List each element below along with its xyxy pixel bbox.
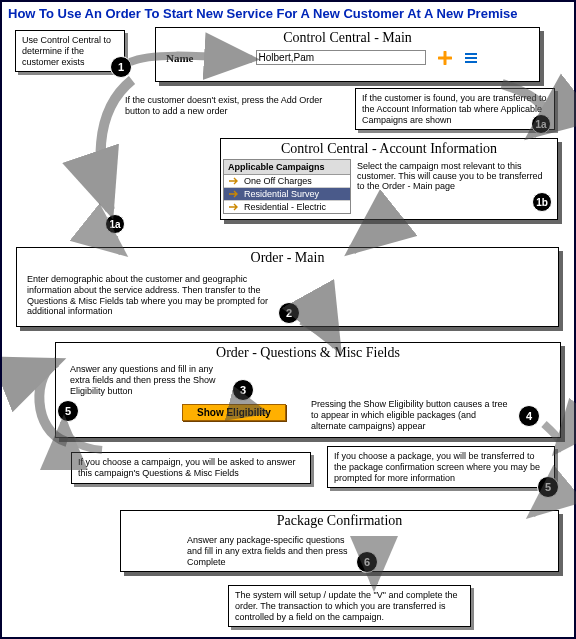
step-badge-1a-left: 1a [105, 214, 125, 234]
callout-answer-pkg: Answer any package-specific questions an… [181, 531, 356, 571]
step-badge-4: 4 [518, 405, 540, 427]
goto-icon [228, 202, 240, 212]
step-badge-1a-right: 1a [531, 114, 551, 134]
campaign-label: One Off Charges [244, 176, 312, 186]
callout-if-found: If the customer is found, you are transf… [355, 88, 555, 130]
step-badge-1b: 1b [532, 192, 552, 212]
step-badge-5-left: 5 [57, 400, 79, 422]
goto-icon [228, 176, 240, 186]
panel-cc-main: Control Central - Main Name [155, 27, 540, 82]
panel-header: Order - Main [17, 248, 558, 268]
name-label: Name [166, 52, 194, 64]
page-title: How To Use An Order To Start New Service… [8, 6, 568, 21]
campaign-label: Residential Survey [244, 189, 319, 199]
step-badge-2: 2 [278, 302, 300, 324]
callout-choose-campaign: If you choose a campaign, you will be as… [71, 452, 311, 484]
panel-header: Control Central - Main [156, 28, 539, 48]
callout-choose-package: If you choose a package, you will be tra… [327, 446, 555, 488]
plus-icon[interactable] [438, 51, 452, 65]
diagram-canvas: How To Use An Order To Start New Service… [0, 0, 576, 639]
panel-header: Package Confirmation [121, 511, 558, 531]
callout-system-setup: The system will setup / update the "V" a… [228, 585, 471, 627]
menu-icon[interactable] [464, 52, 478, 64]
callout-answer-q: Answer any questions and fill in any ext… [64, 360, 234, 400]
show-eligibility-button[interactable]: Show Eligibility [182, 404, 286, 421]
goto-icon [228, 189, 240, 199]
campaign-label: Residential - Electric [244, 202, 326, 212]
step-badge-3: 3 [232, 379, 254, 401]
campaign-row[interactable]: Residential - Electric [224, 201, 350, 213]
panel-pkg-conf: Package Confirmation Answer any package-… [120, 510, 559, 572]
callout-press-show-elig: Pressing the Show Eligibility button cau… [305, 395, 515, 435]
panel-cc-account: Control Central - Account Information Ap… [220, 138, 558, 220]
name-input[interactable] [256, 50, 426, 65]
campaign-row[interactable]: One Off Charges [224, 175, 350, 188]
callout-enter-demo: Enter demographic about the customer and… [21, 270, 281, 321]
callout-if-not-exist: If the customer doesn't exist, press the… [119, 91, 329, 121]
callout-use-cc: Use Control Central to determine if the … [15, 30, 125, 72]
panel-header: Control Central - Account Information [221, 139, 557, 159]
step-badge-6: 6 [356, 551, 378, 573]
callout-select-campaign: Select the campaign most relevant to thi… [355, 159, 553, 214]
step-badge-5-right: 5 [537, 476, 559, 498]
campaign-row[interactable]: Residential Survey [224, 188, 350, 201]
campaigns-header: Applicable Campaigns [224, 160, 350, 175]
step-badge-1: 1 [110, 56, 132, 78]
